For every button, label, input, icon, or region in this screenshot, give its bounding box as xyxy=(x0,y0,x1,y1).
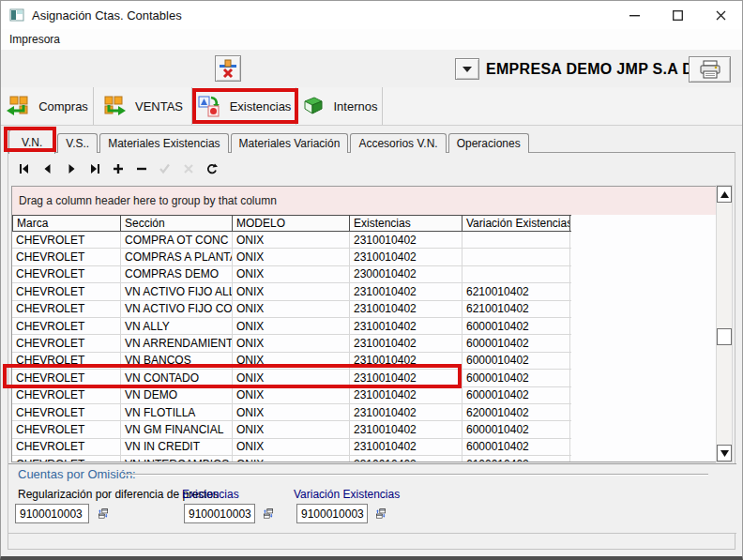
panel-title: Cuentas por Omisión: xyxy=(18,467,136,481)
grid-cell: VN FLOTILLA xyxy=(121,404,233,420)
existencias-lookup-button[interactable] xyxy=(258,504,279,523)
grid-cell: VN CONTADO xyxy=(121,370,233,386)
subtab-vn[interactable]: V.N. xyxy=(8,129,55,154)
grid-cell: 6000010402 xyxy=(462,318,570,334)
grid-cell: VN DEMO xyxy=(121,387,233,403)
grid-cell: ONIX xyxy=(233,266,350,282)
grid-body: CHEVROLETCOMPRA OT CONCONIX2310010402CHE… xyxy=(12,232,571,462)
menu-impresora[interactable]: Impresora xyxy=(1,33,68,46)
table-row[interactable]: CHEVROLETVN INTERCAMBIOSONIX231001040261… xyxy=(12,456,571,462)
data-pump-icon xyxy=(218,58,238,79)
nav-delete-button[interactable] xyxy=(129,159,153,179)
scroll-down-button[interactable] xyxy=(717,445,732,462)
grid-cell: CHEVROLET xyxy=(12,370,121,386)
grid-cell: 2310010402 xyxy=(350,456,462,462)
group-by-band[interactable]: Drag a column header here to group by th… xyxy=(12,187,716,215)
nav-cancel-button[interactable] xyxy=(176,159,200,179)
print-button[interactable] xyxy=(689,56,731,83)
subtab-materiales-existencias[interactable]: Materiales Existencias xyxy=(99,133,228,153)
scroll-up-button[interactable] xyxy=(717,186,732,203)
grid-cell: CHEVROLET xyxy=(12,283,121,299)
nav-next-button[interactable] xyxy=(59,159,83,179)
grid-cell: VN GM FINANCIAL xyxy=(121,421,233,437)
sales-icon xyxy=(102,95,127,117)
grid-cell: VN BANCOS xyxy=(121,353,233,369)
grid-cell: COMPRAS A PLANTA xyxy=(121,249,233,265)
subtab-accesorios-vn[interactable]: Accesorios V.N. xyxy=(350,133,446,153)
table-row[interactable]: CHEVROLETCOMPRA OT CONCONIX2310010402 xyxy=(12,232,571,249)
table-row[interactable]: CHEVROLETVN BANCOSONIX231001040260000104… xyxy=(12,353,571,370)
subtab-operaciones[interactable]: Operaciones xyxy=(448,133,529,153)
close-button[interactable] xyxy=(699,1,742,29)
table-row[interactable]: CHEVROLETVN ACTIVO FIJO ALLYONIX23100104… xyxy=(12,283,571,300)
grid-cell: CHEVROLET xyxy=(12,353,121,369)
grid-cell xyxy=(462,249,570,265)
grid-cell: CHEVROLET xyxy=(12,456,121,462)
table-row[interactable]: CHEVROLETVN DEMOONIX23100104026000010402 xyxy=(12,387,571,404)
table-row[interactable]: CHEVROLETCOMPRAS A PLANTAONIX2310010402 xyxy=(12,249,571,265)
scrollbar-thumb[interactable] xyxy=(717,328,732,345)
account-lookup-icon xyxy=(264,506,273,522)
tab-ventas[interactable]: VENTAS xyxy=(94,87,192,125)
company-dropdown-button[interactable] xyxy=(455,58,479,80)
grid-cell: ONIX xyxy=(233,421,350,437)
regularizacion-lookup-button[interactable] xyxy=(93,504,114,523)
grid-cell: 6000010402 xyxy=(462,421,570,437)
existencias-input[interactable] xyxy=(184,504,255,523)
column-header-marca[interactable]: Marca xyxy=(12,216,121,231)
tab-internos[interactable]: Internos xyxy=(296,87,383,125)
tab-label: Compras xyxy=(38,99,88,114)
column-header-variacion-existencias[interactable]: Variación Existencias xyxy=(462,216,570,231)
variacion-existencias-lookup-button[interactable] xyxy=(371,504,391,523)
printer-icon xyxy=(698,60,722,79)
column-header-existencias[interactable]: Existencias xyxy=(350,216,462,231)
grid-cell: CHEVROLET xyxy=(12,266,121,282)
nav-prior-button[interactable] xyxy=(36,159,59,179)
column-header-seccion[interactable]: Sección xyxy=(121,216,233,231)
grid-cell: ONIX xyxy=(233,404,350,420)
grid-cell: 2310010402 xyxy=(350,370,462,386)
nav-first-button[interactable] xyxy=(12,159,36,179)
accounts-grid: Drag a column header here to group by th… xyxy=(11,186,716,462)
nav-refresh-button[interactable] xyxy=(200,159,223,179)
grid-cell: COMPRAS DEMO xyxy=(121,266,233,282)
toolbar: EMPRESA DEMO JMP S.A D xyxy=(1,50,742,87)
table-row[interactable]: CHEVROLETVN IN CREDITONIX231001040260000… xyxy=(12,439,571,456)
variacion-existencias-input[interactable] xyxy=(296,504,368,523)
title-bar: Asignación Ctas. Contables xyxy=(1,1,742,29)
table-row[interactable]: CHEVROLETCOMPRAS DEMOONIX2300010402 xyxy=(12,266,571,283)
grid-vertical-scrollbar[interactable] xyxy=(716,185,733,462)
subtab-materiales-variacion[interactable]: Materiales Variación xyxy=(231,133,349,153)
table-row[interactable]: CHEVROLETVN CONTADOONIX23100104026000010… xyxy=(12,370,571,386)
grid-cell: CHEVROLET xyxy=(12,301,121,317)
table-row[interactable]: CHEVROLETVN ARRENDAMIENTOONIX23100104026… xyxy=(12,335,571,352)
subtab-vs[interactable]: V.S.. xyxy=(57,133,98,153)
tab-existencias[interactable]: Existencias xyxy=(192,87,296,125)
grid-cell: 2310010402 xyxy=(350,232,462,248)
account-lookup-icon xyxy=(376,506,386,522)
column-header-modelo[interactable]: MODELO xyxy=(233,216,350,231)
nav-post-button[interactable] xyxy=(153,159,176,179)
table-row[interactable]: CHEVROLETVN FLOTILLAONIX2310010402620001… xyxy=(12,404,571,421)
grid-cell: ONIX xyxy=(233,335,350,351)
grid-cell: 6000010402 xyxy=(462,439,570,455)
variacion-existencias-label: Variación Existencias xyxy=(294,488,400,501)
data-pump-button[interactable] xyxy=(215,55,241,82)
grid-cell: 2310010402 xyxy=(350,387,462,403)
tab-label: Internos xyxy=(334,99,378,114)
table-row[interactable]: CHEVROLETVN ACTIVO FIJO CONTONIX23100104… xyxy=(12,301,571,318)
grid-cell: 2310010402 xyxy=(350,301,462,317)
tab-compras[interactable]: Compras xyxy=(1,87,94,125)
cuentas-por-omision-panel: Cuentas por Omisión: Regularización por … xyxy=(8,463,736,534)
account-lookup-icon xyxy=(99,506,108,522)
grid-cell: ONIX xyxy=(233,249,350,265)
table-row[interactable]: CHEVROLETVN ALLYONIX23100104026000010402 xyxy=(12,318,571,335)
regularizacion-input[interactable] xyxy=(15,504,89,523)
nav-last-button[interactable] xyxy=(83,159,106,179)
table-row[interactable]: CHEVROLETVN GM FINANCIALONIX231001040260… xyxy=(12,421,571,438)
nav-insert-button[interactable] xyxy=(106,159,129,179)
grid-cell xyxy=(462,266,570,282)
minimize-button[interactable] xyxy=(613,1,656,29)
maximize-button[interactable] xyxy=(656,1,699,29)
chevron-down-icon xyxy=(462,67,472,72)
